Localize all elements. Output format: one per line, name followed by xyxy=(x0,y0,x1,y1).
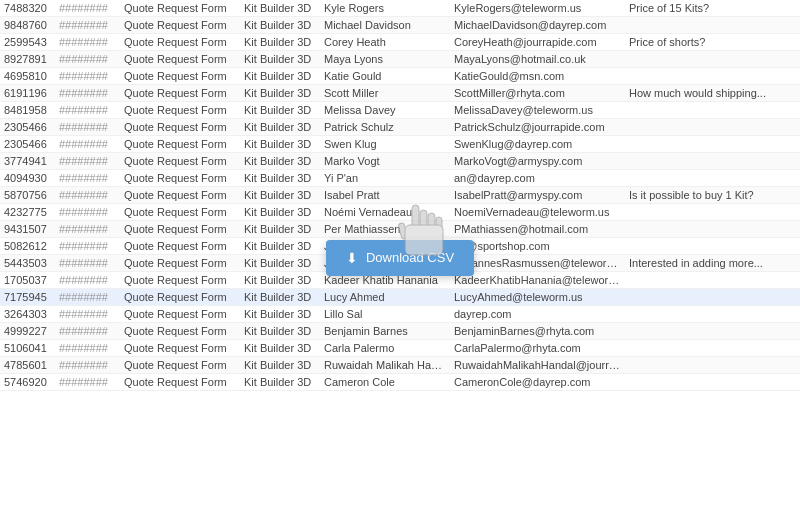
table-cell: 9848760 xyxy=(0,17,55,34)
table-row[interactable]: 7488320########Quote Request FormKit Bui… xyxy=(0,0,800,17)
table-cell: 9431507 xyxy=(0,221,55,238)
table-row[interactable]: 5106041########Quote Request FormKit Bui… xyxy=(0,340,800,357)
table-row[interactable]: 4785601########Quote Request FormKit Bui… xyxy=(0,357,800,374)
table-cell: ######## xyxy=(55,374,120,391)
table-cell: Kit Builder 3D xyxy=(240,289,320,306)
table-row[interactable]: 3264303########Quote Request FormKit Bui… xyxy=(0,306,800,323)
table-cell: Quote Request Form xyxy=(120,136,240,153)
table-cell: 5746920 xyxy=(0,374,55,391)
table-cell: Kit Builder 3D xyxy=(240,357,320,374)
table-row[interactable]: 7175945########Quote Request FormKit Bui… xyxy=(0,289,800,306)
table-row[interactable]: 5870756########Quote Request FormKit Bui… xyxy=(0,187,800,204)
table-cell: Kit Builder 3D xyxy=(240,51,320,68)
table-row[interactable]: 4695810########Quote Request FormKit Bui… xyxy=(0,68,800,85)
table-row[interactable]: 9431507########Quote Request FormKit Bui… xyxy=(0,221,800,238)
table-cell: ######## xyxy=(55,68,120,85)
table-row[interactable]: 9848760########Quote Request FormKit Bui… xyxy=(0,17,800,34)
table-cell: Michael Davidson xyxy=(320,17,450,34)
table-row[interactable]: 2599543########Quote Request FormKit Bui… xyxy=(0,34,800,51)
table-cell: Quote Request Form xyxy=(120,0,240,17)
table-cell: Kit Builder 3D xyxy=(240,255,320,272)
table-cell: 5443503 xyxy=(0,255,55,272)
table-cell: Quote Request Form xyxy=(120,306,240,323)
table-cell: Per Mathiassen xyxy=(320,221,450,238)
table-cell: IsabelPratt@armyspy.com xyxy=(450,187,625,204)
table-cell: Kit Builder 3D xyxy=(240,136,320,153)
table-row[interactable]: 4094930########Quote Request FormKit Bui… xyxy=(0,170,800,187)
table-container: 7488320########Quote Request FormKit Bui… xyxy=(0,0,800,515)
table-row[interactable]: 8927891########Quote Request FormKit Bui… xyxy=(0,51,800,68)
table-cell: KatieGould@msn.com xyxy=(450,68,625,85)
table-cell: Quote Request Form xyxy=(120,255,240,272)
table-cell: 7175945 xyxy=(0,289,55,306)
table-cell: CoreyHeath@jourrapide.com xyxy=(450,34,625,51)
table-cell: Patrick Schulz xyxy=(320,119,450,136)
table-cell xyxy=(625,340,800,357)
table-cell: Is it possible to buy 1 Kit? xyxy=(625,187,800,204)
table-cell: Kit Builder 3D xyxy=(240,34,320,51)
table-row[interactable]: 4232775########Quote Request FormKit Bui… xyxy=(0,204,800,221)
table-cell: Price of shorts? xyxy=(625,34,800,51)
table-cell: Quote Request Form xyxy=(120,119,240,136)
table-cell: CarlaPalermo@rhyta.com xyxy=(450,340,625,357)
table-row[interactable]: 5746920########Quote Request FormKit Bui… xyxy=(0,374,800,391)
table-cell: MarkoVogt@armyspy.com xyxy=(450,153,625,170)
table-row[interactable]: 8481958########Quote Request FormKit Bui… xyxy=(0,102,800,119)
table-cell: 7488320 xyxy=(0,0,55,17)
table-cell: 4094930 xyxy=(0,170,55,187)
table-cell: SwenKlug@dayrep.com xyxy=(450,136,625,153)
table-cell: ######## xyxy=(55,221,120,238)
table-row[interactable]: 6191196########Quote Request FormKit Bui… xyxy=(0,85,800,102)
table-cell: MayaLyons@hotmail.co.uk xyxy=(450,51,625,68)
table-cell: Katie Gould xyxy=(320,68,450,85)
table-cell: RuwaidahMalikahHandal@jourrapide.com xyxy=(450,357,625,374)
table-cell: Kit Builder 3D xyxy=(240,102,320,119)
table-cell: Kit Builder 3D xyxy=(240,85,320,102)
table-cell: ######## xyxy=(55,187,120,204)
table-cell: Quote Request Form xyxy=(120,68,240,85)
table-cell: 2599543 xyxy=(0,34,55,51)
table-cell: 2305466 xyxy=(0,136,55,153)
table-cell: Yi P'an xyxy=(320,170,450,187)
data-table: 7488320########Quote Request FormKit Bui… xyxy=(0,0,800,391)
table-row[interactable]: 3774941########Quote Request FormKit Bui… xyxy=(0,153,800,170)
table-cell xyxy=(625,272,800,289)
table-cell: Carla Palermo xyxy=(320,340,450,357)
table-cell: BenjaminBarnes@rhyta.com xyxy=(450,323,625,340)
table-row[interactable]: 4999227########Quote Request FormKit Bui… xyxy=(0,323,800,340)
table-row[interactable]: 2305466########Quote Request FormKit Bui… xyxy=(0,136,800,153)
table-cell: Isabel Pratt xyxy=(320,187,450,204)
table-cell: Quote Request Form xyxy=(120,357,240,374)
table-cell: Kit Builder 3D xyxy=(240,323,320,340)
table-cell: 5870756 xyxy=(0,187,55,204)
table-cell: NoemiVernadeau@teleworm.us xyxy=(450,204,625,221)
table-cell: Kit Builder 3D xyxy=(240,0,320,17)
table-cell: ######## xyxy=(55,272,120,289)
table-cell: Kit Builder 3D xyxy=(240,187,320,204)
table-cell: 8481958 xyxy=(0,102,55,119)
table-cell: dayrep.com xyxy=(450,306,625,323)
table-cell: on@sportshop.com xyxy=(450,238,625,255)
table-cell: Ruwaidah Malikah Handal xyxy=(320,357,450,374)
table-cell: KadeerKhatibHanania@teleworm.us xyxy=(450,272,625,289)
table-cell: Price of 15 Kits? xyxy=(625,0,800,17)
table-cell: 1705037 xyxy=(0,272,55,289)
table-cell: ######## xyxy=(55,340,120,357)
table-cell xyxy=(625,374,800,391)
table-cell: 4785601 xyxy=(0,357,55,374)
table-cell xyxy=(625,357,800,374)
table-cell: ######## xyxy=(55,170,120,187)
table-cell: Quote Request Form xyxy=(120,34,240,51)
table-cell: Benjamin Barnes xyxy=(320,323,450,340)
table-cell xyxy=(625,221,800,238)
table-row[interactable]: 2305466########Quote Request FormKit Bui… xyxy=(0,119,800,136)
table-cell: Kyle Rogers xyxy=(320,0,450,17)
table-cell: Quote Request Form xyxy=(120,323,240,340)
table-cell: MelissaDavey@teleworm.us xyxy=(450,102,625,119)
table-cell xyxy=(625,119,800,136)
table-cell: ######## xyxy=(55,119,120,136)
table-cell xyxy=(625,51,800,68)
download-csv-button[interactable]: ⬇ Download CSV xyxy=(326,240,474,276)
table-cell: ######## xyxy=(55,153,120,170)
table-cell xyxy=(625,153,800,170)
